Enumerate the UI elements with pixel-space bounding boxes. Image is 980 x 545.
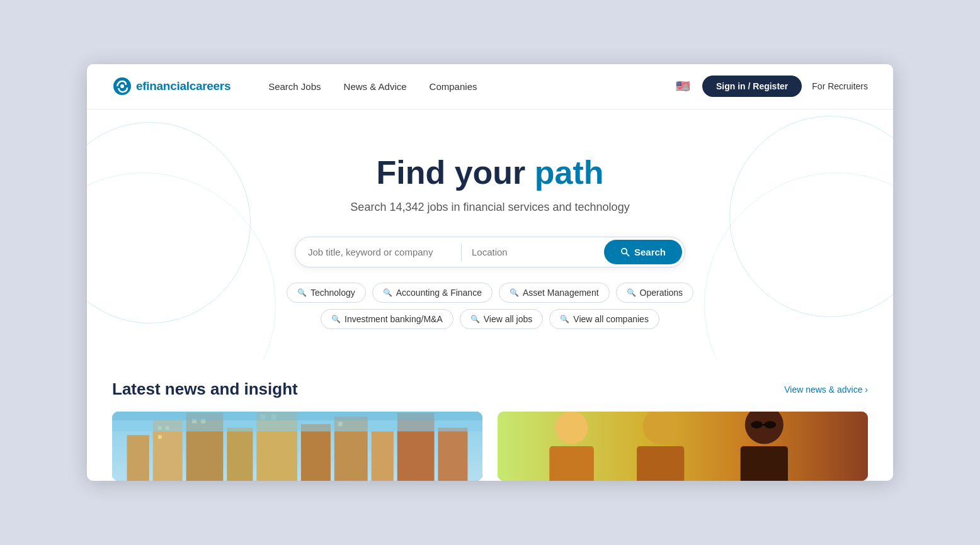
browser-window: efinancialcareers Search Jobs News & Adv… <box>87 64 893 481</box>
news-card-city-image <box>112 412 482 481</box>
navbar: efinancialcareers Search Jobs News & Adv… <box>87 64 893 110</box>
svg-rect-17 <box>158 435 162 439</box>
nav-links: Search Jobs News & Advice Companies <box>268 81 673 92</box>
tag-label: View all jobs <box>484 314 533 324</box>
svg-line-3 <box>626 253 629 256</box>
tag-view-all-jobs[interactable]: 🔍 View all jobs <box>460 309 544 329</box>
svg-rect-27 <box>549 446 594 481</box>
tag-accounting-finance[interactable]: 🔍 Accounting & Finance <box>372 283 493 303</box>
tag-investment-banking[interactable]: 🔍 Investment banking/M&A <box>321 309 453 329</box>
hero-section: Find your path Search 14,342 jobs in fin… <box>87 110 893 359</box>
svg-point-32 <box>751 421 763 429</box>
svg-rect-8 <box>227 428 253 481</box>
hero-subtitle: Search 14,342 jobs in financial services… <box>112 201 868 214</box>
search-button-label: Search <box>634 247 666 257</box>
tag-search-icon: 🔍 <box>383 288 392 297</box>
logo[interactable]: efinancialcareers <box>112 76 231 96</box>
svg-point-1 <box>120 84 124 88</box>
news-card-1[interactable] <box>112 412 482 481</box>
tag-search-icon: 🔍 <box>297 288 307 297</box>
logo-icon <box>112 76 132 96</box>
svg-rect-5 <box>127 435 149 481</box>
hero-title: Find your path <box>112 155 868 191</box>
logo-text: efinancialcareers <box>136 79 231 93</box>
nav-news-advice[interactable]: News & Advice <box>344 81 407 92</box>
search-icon <box>620 247 630 257</box>
tag-label: View all companies <box>573 314 649 324</box>
tag-operations[interactable]: 🔍 Operations <box>616 283 693 303</box>
svg-rect-29 <box>637 446 684 481</box>
svg-rect-10 <box>301 424 331 481</box>
deco-circle-left <box>87 122 251 323</box>
tag-technology[interactable]: 🔍 Technology <box>287 283 366 303</box>
tag-search-icon: 🔍 <box>331 315 341 323</box>
location-search-input[interactable] <box>462 238 601 266</box>
tag-label: Investment banking/M&A <box>345 314 443 324</box>
signin-register-button[interactable]: Sign in / Register <box>702 76 802 97</box>
news-header: Latest news and insight View news & advi… <box>112 379 868 399</box>
job-search-input[interactable] <box>295 238 461 266</box>
news-card-2[interactable] <box>498 412 868 481</box>
news-section-title: Latest news and insight <box>112 379 298 399</box>
locale-flag-button[interactable]: 🇺🇸 <box>673 77 692 96</box>
for-recruiters-link[interactable]: For Recruiters <box>812 81 868 91</box>
svg-point-33 <box>764 421 776 429</box>
hero-title-part1: Find your <box>376 154 534 191</box>
tag-view-all-companies[interactable]: 🔍 View all companies <box>549 309 659 329</box>
tag-label: Asset Management <box>523 288 599 298</box>
tag-search-icon: 🔍 <box>470 315 480 323</box>
nav-search-jobs[interactable]: Search Jobs <box>268 81 321 92</box>
news-cards <box>112 412 868 481</box>
deco-circle-right <box>729 116 893 317</box>
svg-point-26 <box>556 412 588 444</box>
svg-rect-31 <box>741 446 788 481</box>
nav-companies[interactable]: Companies <box>430 81 477 92</box>
tag-label: Technology <box>311 288 355 298</box>
quick-tags: 🔍 Technology 🔍 Accounting & Finance 🔍 As… <box>270 283 710 329</box>
news-card-people-image <box>498 412 868 481</box>
view-news-link[interactable]: View news & advice › <box>784 385 868 395</box>
tag-search-icon: 🔍 <box>560 315 569 323</box>
flag-emoji: 🇺🇸 <box>676 79 690 93</box>
tag-search-icon: 🔍 <box>510 288 519 297</box>
tag-search-icon: 🔍 <box>627 288 636 297</box>
tag-asset-management[interactable]: 🔍 Asset Management <box>499 283 610 303</box>
search-button[interactable]: Search <box>604 240 682 264</box>
tag-label: Accounting & Finance <box>396 288 482 298</box>
svg-rect-12 <box>372 432 394 481</box>
svg-rect-24 <box>112 412 482 420</box>
hero-title-accent: path <box>535 154 604 191</box>
nav-right: 🇺🇸 Sign in / Register For Recruiters <box>673 76 868 97</box>
logo-wordmark: efinancialcareers <box>136 79 231 93</box>
tag-label: Operations <box>640 288 683 298</box>
news-section: Latest news and insight View news & advi… <box>87 359 893 481</box>
svg-rect-14 <box>438 428 467 481</box>
search-bar: Search <box>295 237 685 267</box>
